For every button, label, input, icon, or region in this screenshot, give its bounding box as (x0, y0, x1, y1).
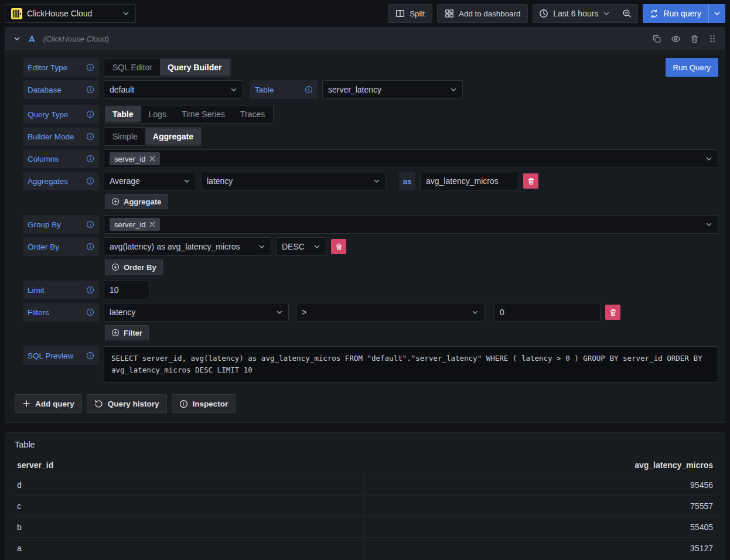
chevron-down-icon (373, 177, 380, 185)
drag-handle-icon[interactable] (708, 35, 717, 43)
query-history-button[interactable]: Query history (87, 394, 167, 413)
chevron-down-icon (705, 155, 712, 162)
add-aggregate-row: Aggregate (105, 194, 718, 209)
query-type-row: Query Type Table Logs Time Series Traces (23, 105, 718, 124)
builder-mode-label: Builder Mode (23, 127, 99, 146)
sql-editor-option[interactable]: SQL Editor (105, 59, 160, 76)
split-button[interactable]: Split (388, 4, 432, 23)
filter-value-input[interactable] (494, 303, 601, 322)
explore-toolbar: ClickHouse Cloud Split Add to dashboard … (0, 0, 730, 27)
add-order-by-button[interactable]: Order By (105, 259, 163, 275)
table-row: c 75557 (11, 495, 719, 516)
column-header-server-id[interactable]: server_id (11, 456, 365, 474)
refresh-icon (650, 9, 659, 18)
limit-row: Limit (23, 281, 718, 299)
time-range-picker[interactable]: Last 6 hours (533, 5, 616, 22)
inspector-button[interactable]: Inspector (172, 394, 236, 413)
table-select[interactable]: server_latency (322, 80, 463, 99)
builder-mode-simple[interactable]: Simple (105, 128, 145, 145)
cell-server-id: c (11, 496, 365, 516)
zoom-out-time-button[interactable] (616, 5, 637, 22)
datasource-name: ClickHouse Cloud (27, 9, 92, 18)
delete-query-button[interactable] (690, 35, 699, 43)
remove-filter-button[interactable] (605, 305, 620, 320)
filter-operator-select[interactable]: > (296, 303, 485, 322)
columns-multiselect[interactable]: server_id (104, 149, 718, 168)
info-icon (86, 110, 94, 118)
chevron-down-icon (313, 243, 320, 250)
group-by-multiselect[interactable]: server_id (104, 215, 718, 234)
aggregate-alias-input[interactable] (420, 172, 518, 190)
builder-mode-aggregate[interactable]: Aggregate (145, 128, 201, 145)
column-chip: server_id (110, 152, 160, 165)
info-icon (86, 177, 94, 185)
add-aggregate-button[interactable]: Aggregate (105, 194, 168, 209)
run-query-dropdown-button[interactable] (708, 4, 725, 23)
add-filter-button[interactable]: Filter (105, 325, 149, 340)
toggle-visibility-button[interactable] (671, 34, 681, 44)
add-query-button[interactable]: Add query (15, 394, 82, 413)
cell-server-id: b (11, 517, 365, 537)
limit-label: Limit (23, 281, 99, 299)
query-type-table[interactable]: Table (105, 106, 141, 122)
info-circle-icon (179, 399, 188, 408)
info-icon (86, 155, 94, 163)
chevron-down-icon (183, 177, 190, 185)
order-by-label: Order By (23, 237, 99, 256)
duplicate-query-button[interactable] (653, 35, 661, 43)
query-type-label: Query Type (23, 105, 99, 124)
query-type-traces[interactable]: Traces (233, 106, 272, 122)
clickhouse-logo-icon (11, 8, 22, 19)
info-icon (86, 132, 94, 141)
run-query-label: Run query (663, 9, 701, 18)
filters-label: Filters (23, 303, 99, 322)
order-by-direction-select[interactable]: DESC (276, 237, 326, 256)
plus-circle-icon (111, 197, 120, 206)
chevron-down-icon (230, 86, 237, 93)
query-datasource-hint: (ClickHouse Cloud) (43, 35, 109, 43)
aggregate-column-select[interactable]: latency (201, 172, 386, 190)
query-builder-option[interactable]: Query Builder (160, 59, 230, 76)
cell-avg-latency: 95456 (365, 480, 719, 490)
table-label: Table (250, 80, 318, 99)
remove-chip-icon[interactable] (149, 156, 155, 162)
collapse-query-icon[interactable] (13, 35, 21, 42)
datasource-picker[interactable]: ClickHouse Cloud (5, 4, 136, 23)
plus-circle-icon (111, 329, 120, 337)
columns-row: Columns server_id (23, 149, 718, 168)
add-order-by-row: Order By (105, 259, 718, 275)
plus-circle-icon (111, 263, 120, 271)
info-icon (86, 243, 94, 251)
editor-type-toggle: SQL Editor Query Builder (104, 58, 231, 77)
builder-mode-toggle: Simple Aggregate (104, 127, 202, 146)
cell-server-id: d (11, 474, 365, 495)
chevron-down-icon (450, 86, 457, 93)
remove-order-by-button[interactable] (331, 239, 346, 254)
time-picker-group: Last 6 hours (533, 4, 638, 23)
remove-aggregate-button[interactable] (523, 173, 538, 189)
editor-type-row: Editor Type SQL Editor Query Builder Run… (23, 58, 718, 77)
filters-row: Filters latency > (23, 303, 718, 322)
table-row: b 55405 (11, 516, 719, 537)
zoom-out-icon (622, 9, 632, 18)
split-label: Split (410, 9, 425, 18)
filter-column-select[interactable]: latency (104, 303, 289, 322)
column-header-avg-latency[interactable]: avg_latency_micros (365, 460, 719, 470)
run-query-editor-button[interactable]: Run Query (666, 58, 718, 77)
database-select[interactable]: default (104, 80, 243, 99)
query-type-time-series[interactable]: Time Series (174, 106, 233, 122)
query-builder-body: Editor Type SQL Editor Query Builder Run… (5, 50, 725, 390)
run-query-split-button: Run query (643, 4, 725, 23)
panel-title: Table (11, 438, 719, 456)
limit-input[interactable] (104, 281, 149, 299)
query-ref-id[interactable]: A (29, 34, 35, 44)
chevron-down-icon (276, 309, 283, 316)
run-query-button[interactable]: Run query (643, 4, 708, 23)
add-to-dashboard-button[interactable]: Add to dashboard (437, 4, 528, 23)
info-icon (86, 63, 94, 71)
query-type-logs[interactable]: Logs (141, 106, 174, 122)
remove-chip-icon[interactable] (149, 221, 155, 227)
clock-icon (539, 9, 548, 18)
order-by-field-select[interactable]: avg(latency) as avg_latency_micros (104, 237, 271, 256)
aggregate-function-select[interactable]: Average (104, 172, 196, 190)
